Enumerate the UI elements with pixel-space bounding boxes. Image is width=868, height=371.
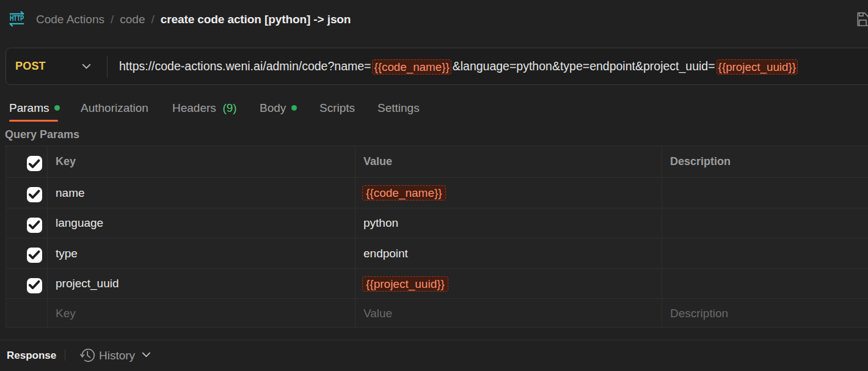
svg-text:HTTP: HTTP bbox=[10, 14, 24, 23]
